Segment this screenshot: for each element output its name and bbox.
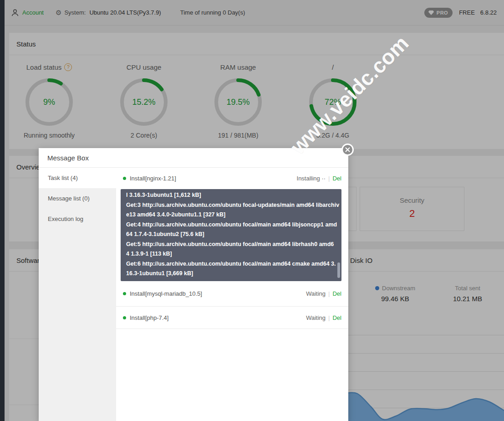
console-line: Get:3 http://us.archive.ubuntu.com/ubunt… bbox=[126, 200, 335, 210]
separator: | bbox=[328, 175, 330, 182]
install-console-output[interactable]: l 3.16.3-1ubuntu1 [1,612 kB] Get:3 http:… bbox=[121, 189, 341, 281]
task-status: Waiting bbox=[306, 314, 326, 321]
console-line: Get:6 http://us.archive.ubuntu.com/ubunt… bbox=[126, 259, 335, 269]
task-row: Install[php-7.4] Waiting | Del bbox=[116, 307, 348, 329]
task-status-dot bbox=[123, 316, 126, 319]
panel-home-page: Account ⚙ System: Ubuntu 20.04 LTS(Py3.7… bbox=[0, 0, 504, 421]
console-line: Get:4 http://us.archive.ubuntu.com/ubunt… bbox=[126, 220, 335, 230]
message-box-modal: Message Box Task list (4) Message list (… bbox=[39, 148, 348, 421]
task-delete-link[interactable]: Del bbox=[332, 175, 341, 182]
modal-title: Message Box bbox=[39, 148, 348, 168]
task-status-dot bbox=[123, 177, 126, 180]
close-icon bbox=[345, 147, 350, 152]
task-delete-link[interactable]: Del bbox=[332, 314, 341, 321]
separator: | bbox=[328, 314, 330, 321]
task-name: Install[mysql-mariadb_10.5] bbox=[130, 290, 202, 297]
task-name: Install[php-7.4] bbox=[130, 314, 168, 321]
task-row: Install[nginx-1.21] Installing ·· | Del bbox=[116, 168, 348, 189]
tab-execution-log[interactable]: Execution log bbox=[39, 209, 116, 229]
console-line: 16.3-1ubuntu1 [3,669 kB] bbox=[126, 269, 335, 279]
task-status: Waiting bbox=[306, 290, 326, 297]
task-delete-link[interactable]: Del bbox=[332, 290, 341, 297]
tab-task-list[interactable]: Task list (4) bbox=[39, 168, 116, 188]
task-list-panel: Install[nginx-1.21] Installing ·· | Del … bbox=[116, 168, 348, 421]
task-status-dot bbox=[123, 292, 126, 295]
console-line: 4 1.3.9-1 [113 kB] bbox=[126, 249, 335, 259]
modal-sidebar: Task list (4) Message list (0) Execution… bbox=[39, 168, 116, 421]
task-name: Install[nginx-1.21] bbox=[130, 175, 176, 182]
console-line: 64 1.7.4-3.1ubuntu2 [75.6 kB] bbox=[126, 230, 335, 240]
task-status: Installing ·· bbox=[297, 175, 326, 182]
task-row: Install[mysql-mariadb_10.5] Waiting | De… bbox=[116, 281, 348, 307]
separator: | bbox=[328, 290, 330, 297]
console-line: Get:5 http://us.archive.ubuntu.com/ubunt… bbox=[126, 240, 335, 250]
console-line: l 3.16.3-1ubuntu1 [1,612 kB] bbox=[126, 190, 335, 200]
tab-message-list[interactable]: Message list (0) bbox=[39, 188, 116, 209]
console-line: e13 amd64 3.4.0-2ubuntu1.1 [327 kB] bbox=[126, 210, 335, 220]
console-scrollbar-thumb[interactable] bbox=[337, 262, 340, 278]
close-button[interactable] bbox=[341, 144, 354, 156]
